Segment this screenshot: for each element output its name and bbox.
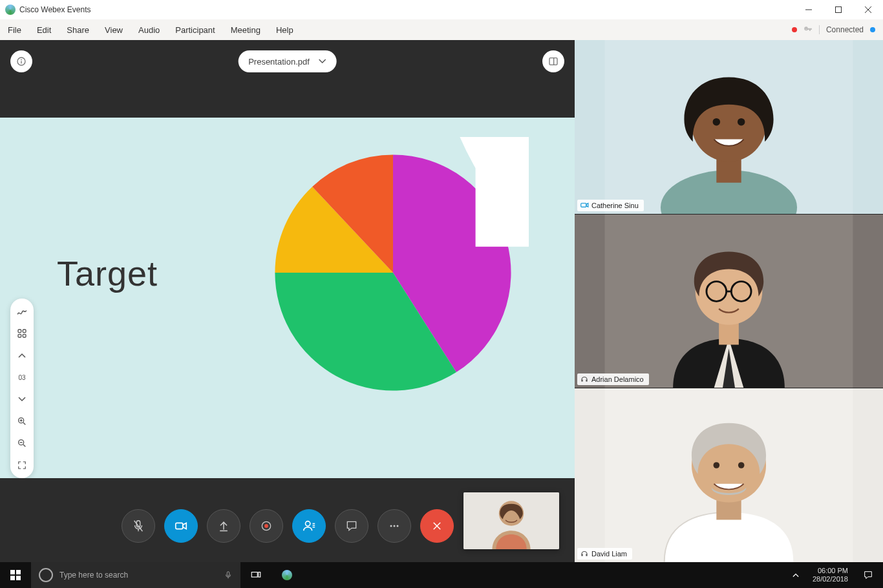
participants-video-panel: Catherine Sinu Adrian Delamico	[575, 40, 883, 562]
svg-rect-64	[16, 576, 21, 580]
chevron-down-icon	[319, 58, 326, 65]
svg-rect-63	[10, 576, 15, 580]
video-button[interactable]	[164, 509, 198, 543]
thumbnails-tool[interactable]	[16, 327, 28, 340]
lock-icon[interactable]	[803, 25, 813, 34]
mic-off-icon	[131, 519, 145, 533]
clock-date: 28/02/2018	[813, 575, 848, 583]
svg-rect-9	[18, 330, 21, 333]
clock-time: 06:00 PM	[813, 567, 848, 575]
svg-rect-23	[175, 523, 182, 529]
grid-icon	[17, 328, 27, 339]
task-view-icon	[250, 569, 262, 581]
svg-rect-62	[16, 570, 21, 574]
record-indicator-icon	[792, 27, 797, 32]
windows-icon	[10, 570, 21, 580]
window-maximize-button[interactable]	[824, 0, 853, 19]
window-titlebar: Cisco Webex Events	[0, 0, 883, 19]
svg-point-44	[713, 118, 721, 126]
participant-tile[interactable]: Catherine Sinu	[575, 40, 883, 215]
self-video-thumbnail[interactable]	[463, 492, 559, 549]
expand-icon	[17, 461, 27, 470]
svg-point-5	[21, 59, 22, 60]
svg-line-18	[23, 445, 25, 446]
zoom-in-icon	[17, 416, 27, 426]
menu-audio[interactable]: Audio	[138, 25, 160, 35]
info-icon	[16, 56, 27, 67]
info-button[interactable]	[10, 50, 32, 72]
share-button[interactable]	[207, 509, 240, 543]
participant-name: Adrian Delamico	[591, 375, 644, 383]
layout-icon	[548, 56, 559, 67]
svg-point-60	[738, 463, 745, 469]
svg-point-59	[714, 463, 720, 469]
avatar-icon	[575, 215, 883, 388]
avatar-icon	[575, 40, 883, 214]
document-filename: Presentation.pdf	[248, 57, 310, 67]
zoom-out-icon	[17, 438, 27, 448]
task-view-button[interactable]	[240, 562, 271, 588]
action-center-button[interactable]	[857, 562, 879, 588]
menu-help[interactable]: Help	[276, 25, 293, 35]
zoom-out-button[interactable]	[16, 437, 28, 450]
menu-meeting[interactable]: Meeting	[231, 25, 261, 35]
menu-file[interactable]: File	[8, 25, 21, 35]
webex-logo-icon	[282, 570, 292, 580]
annotation-toolbar: 03	[10, 299, 34, 478]
mute-button[interactable]	[122, 509, 155, 543]
participant-tile[interactable]: Adrian Delamico	[575, 215, 883, 389]
connection-status: Connected	[826, 25, 864, 34]
start-button[interactable]	[0, 562, 31, 588]
presentation-pane: Presentation.pdf Target	[0, 40, 575, 562]
taskbar-clock[interactable]: 06:00 PM 28/02/2018	[806, 567, 855, 583]
menu-participant[interactable]: Participant	[175, 25, 215, 35]
svg-rect-65	[227, 572, 229, 576]
svg-rect-12	[23, 334, 26, 337]
menu-view[interactable]: View	[105, 25, 123, 35]
svg-rect-10	[23, 330, 26, 333]
taskbar-search[interactable]: Type here to search	[31, 562, 240, 588]
mic-icon[interactable]	[224, 569, 233, 581]
meeting-controls-bar	[0, 491, 575, 562]
prev-page-button[interactable]	[16, 349, 28, 362]
record-button[interactable]	[250, 509, 283, 543]
presenter-icon	[580, 201, 589, 210]
window-close-button[interactable]	[853, 0, 883, 19]
tray-chevron[interactable]	[788, 562, 803, 588]
chat-button[interactable]	[335, 509, 368, 543]
chevron-up-icon	[18, 353, 26, 358]
pie-label-d: 12%	[383, 137, 529, 408]
svg-point-33	[390, 525, 392, 527]
fullscreen-button[interactable]	[16, 459, 28, 472]
svg-rect-61	[10, 570, 15, 574]
next-page-button[interactable]	[16, 393, 28, 406]
svg-line-14	[23, 423, 25, 425]
taskbar-app-webex[interactable]	[271, 562, 303, 588]
layout-button[interactable]	[542, 50, 564, 72]
participant-name: David Liam	[591, 550, 627, 558]
end-call-button[interactable]	[420, 509, 454, 543]
document-selector[interactable]: Presentation.pdf	[238, 50, 337, 72]
headset-icon	[580, 375, 589, 384]
participants-button[interactable]	[292, 509, 326, 543]
svg-rect-46	[581, 203, 586, 207]
chevron-up-icon	[793, 572, 799, 578]
participant-name-badge: David Liam	[577, 548, 632, 560]
webex-logo-icon	[5, 5, 16, 15]
window-minimize-button[interactable]	[794, 0, 824, 19]
scribble-tool[interactable]	[16, 305, 28, 318]
menu-share[interactable]: Share	[67, 25, 89, 35]
scribble-icon	[16, 306, 28, 317]
page-number: 03	[16, 371, 28, 384]
participant-tile[interactable]: David Liam	[575, 388, 883, 562]
svg-rect-6	[21, 61, 21, 63]
svg-point-34	[393, 525, 395, 527]
menu-bar: File Edit Share View Audio Participant M…	[0, 19, 883, 40]
menu-edit[interactable]: Edit	[37, 25, 51, 35]
more-options-button[interactable]	[378, 509, 411, 543]
svg-point-45	[738, 118, 745, 126]
zoom-in-button[interactable]	[16, 415, 28, 428]
svg-rect-11	[18, 334, 21, 337]
windows-taskbar: Type here to search 06:00 PM 28/02/2018	[0, 562, 883, 588]
pie-chart: 41% 34% 13% 12%	[257, 137, 529, 408]
